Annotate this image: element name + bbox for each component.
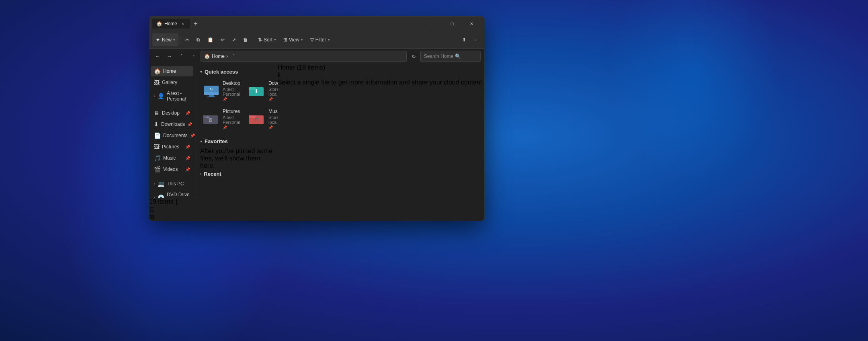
- new-button[interactable]: ✦ New ▾: [152, 33, 178, 46]
- sidebar-item-a-test[interactable]: › 👤 A test - Personal: [151, 88, 193, 104]
- title-bar: 🏠 Home × + ─ □ ✕: [149, 16, 484, 31]
- sidebar-this-pc-label: This PC: [167, 181, 190, 187]
- svg-text:⬇: ⬇: [254, 88, 258, 94]
- sidebar-item-desktop[interactable]: 🖥 Desktop 📌: [151, 108, 193, 118]
- this-pc-expander-icon: ›: [154, 182, 155, 186]
- paste-button[interactable]: 📋: [204, 33, 217, 46]
- sort-button[interactable]: ⇅ Sort ▾: [255, 33, 279, 46]
- up-button[interactable]: ↑: [188, 51, 199, 62]
- sidebar-item-gallery[interactable]: 🖼 Gallery: [151, 77, 193, 88]
- music-folder-name: Music: [268, 109, 278, 114]
- sidebar-item-dvd[interactable]: › 💿 DVD Drive (D:) CCC: [151, 190, 193, 198]
- pictures-folder-icon: 🖼 ☁: [203, 112, 219, 126]
- search-box[interactable]: Search Home 🔍: [420, 51, 481, 62]
- dvd-icon: 💿: [158, 194, 164, 198]
- sidebar-item-home[interactable]: 🏠 Home: [151, 66, 193, 76]
- sidebar-item-documents[interactable]: 📄 Documents 📌: [151, 130, 193, 141]
- recent-header: › Recent: [200, 171, 273, 177]
- sidebar-downloads-label: Downloads: [161, 121, 185, 127]
- tab-home[interactable]: 🏠 Home ×: [152, 19, 190, 29]
- path-home-icon: 🏠: [204, 53, 210, 59]
- panel-title: Home (19 items): [278, 64, 484, 71]
- forward-button[interactable]: →: [164, 51, 175, 62]
- desktop-folder-name: Desktop: [223, 80, 240, 86]
- refresh-button[interactable]: ↻: [408, 51, 419, 62]
- videos-sidebar-icon: 🎬: [154, 166, 161, 173]
- share-button[interactable]: ⬆: [459, 33, 469, 46]
- desktop-folder-info: Desktop A test - Personal 📌: [223, 80, 240, 101]
- desktop-folder-sub: A test - Personal: [223, 87, 240, 97]
- svg-text:🎵: 🎵: [254, 117, 259, 123]
- filter-icon: ▽: [310, 37, 314, 43]
- favorites-header: ▾ Favorites: [200, 138, 273, 144]
- sidebar-item-downloads[interactable]: ⬇ Downloads 📌: [151, 119, 193, 129]
- sidebar-item-this-pc[interactable]: › 💻 This PC: [151, 179, 193, 189]
- cut-button[interactable]: ✂: [182, 33, 192, 46]
- share-upload-icon: ⬆: [462, 37, 466, 43]
- status-separator: |: [176, 198, 177, 205]
- toolbar: ✦ New ▾ ✂ ⧉ 📋 ✏ ↗ 🗑 ⇅ Sort ▾ ⊞: [149, 31, 484, 49]
- downloads-folder-info: Downloads Stored locally 📌: [268, 80, 278, 101]
- list-view-button[interactable]: ☰: [149, 205, 484, 213]
- address-path[interactable]: 🏠 Home › ˅: [201, 51, 407, 62]
- sidebar-home-label: Home: [163, 68, 190, 74]
- recent-chevron-icon[interactable]: ›: [200, 172, 201, 176]
- folder-item-music[interactable]: 🎵 Music Stored locally 📌: [246, 106, 278, 132]
- filter-button[interactable]: ▽ Filter ▾: [307, 33, 333, 46]
- maximize-button[interactable]: □: [443, 17, 461, 30]
- favorites-chevron-icon[interactable]: ▾: [200, 139, 202, 144]
- share-icon-button[interactable]: ↗: [229, 33, 239, 46]
- a-test-expander-icon: ›: [154, 94, 155, 98]
- sidebar-music-label: Music: [163, 155, 183, 161]
- pictures-folder-info: Pictures A test - Personal 📌: [223, 109, 240, 129]
- rename-button[interactable]: ✏: [217, 33, 228, 46]
- sidebar-item-music[interactable]: 🎵 Music 📌: [151, 153, 193, 163]
- more-options-button[interactable]: ···: [470, 33, 481, 46]
- new-tab-button[interactable]: +: [191, 19, 201, 29]
- view-button[interactable]: ⊞ View ▾: [280, 33, 306, 46]
- sidebar: 🏠 Home 🖼 Gallery › 👤 A test - Personal 🖥…: [149, 64, 195, 198]
- downloads-sidebar-icon: ⬇: [154, 121, 159, 127]
- sidebar-gallery-label: Gallery: [162, 80, 190, 85]
- sidebar-videos-label: Videos: [163, 166, 183, 172]
- path-text: Home: [212, 53, 225, 59]
- sort-icon: ⇅: [258, 37, 262, 43]
- right-panel: Home (19 items) ℹ Select a single file t…: [278, 64, 484, 198]
- downloads-pin-icon: 📌: [187, 122, 192, 127]
- rename-icon: ✏: [221, 37, 225, 43]
- sidebar-pictures-label: Pictures: [162, 144, 183, 150]
- favorites-empty-message: After you've pinned some files, we'll sh…: [200, 148, 273, 169]
- grid-view-button[interactable]: ⊞: [149, 213, 484, 221]
- sidebar-item-videos[interactable]: 🎬 Videos 📌: [151, 164, 193, 175]
- sidebar-a-test-label: A test - Personal: [167, 90, 190, 102]
- panel-info: ℹ Select a single file to get more infor…: [278, 71, 484, 86]
- back-icon: ←: [155, 53, 160, 59]
- folder-item-pictures[interactable]: 🖼 ☁ Pictures A test - Personal 📌: [200, 106, 244, 132]
- recent-icon: ˅: [180, 53, 183, 59]
- filter-chevron-icon: ▾: [328, 38, 330, 42]
- quick-access-chevron-icon[interactable]: ▾: [200, 70, 202, 74]
- this-pc-icon: 💻: [158, 181, 164, 187]
- address-bar: ← → ˅ ↑ 🏠 Home › ˅ ↻ Search Home 🔍: [149, 49, 484, 64]
- folder-item-desktop[interactable]: ↻ Desktop A test - Personal 📌: [200, 78, 244, 104]
- documents-sidebar-icon: 📄: [154, 132, 161, 139]
- dvd-expander-icon: ›: [154, 195, 155, 198]
- music-pin-icon: 📌: [185, 156, 190, 160]
- delete-icon: 🗑: [243, 37, 248, 43]
- recent-locations-button[interactable]: ˅: [176, 51, 187, 62]
- delete-button[interactable]: 🗑: [240, 33, 251, 46]
- toolbar-sep-1: [180, 36, 180, 44]
- cut-icon: ✂: [185, 37, 189, 43]
- back-button[interactable]: ←: [152, 51, 163, 62]
- minimize-button[interactable]: ─: [424, 17, 442, 30]
- address-dropdown-button[interactable]: ˅: [229, 51, 237, 62]
- close-button[interactable]: ✕: [462, 17, 481, 30]
- refresh-icon: ↻: [411, 53, 416, 60]
- downloads-folder-sub: Stored locally: [268, 87, 278, 97]
- sidebar-item-pictures[interactable]: 🖼 Pictures 📌: [151, 142, 193, 152]
- new-icon: ✦: [156, 37, 160, 43]
- folder-item-downloads[interactable]: ⬇ Downloads Stored locally 📌: [246, 78, 278, 104]
- up-icon: ↑: [192, 53, 195, 59]
- copy-button[interactable]: ⧉: [193, 33, 203, 46]
- tab-close-button[interactable]: ×: [180, 21, 186, 27]
